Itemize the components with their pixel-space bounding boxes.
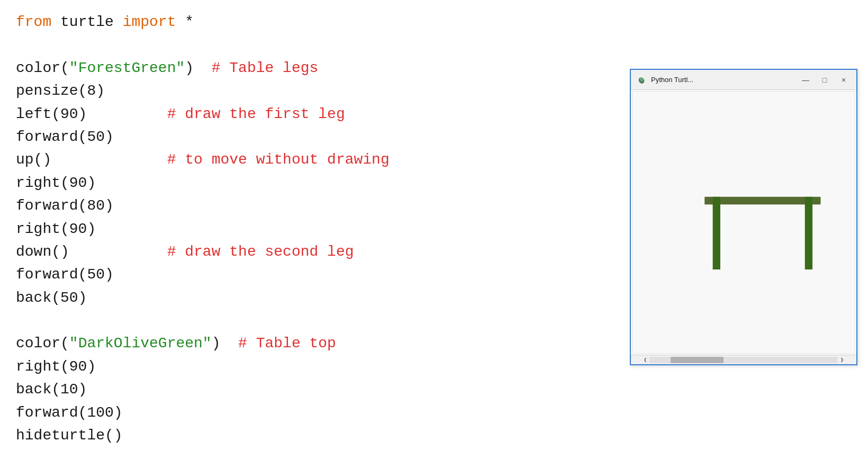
table-svg	[632, 92, 855, 353]
code-token: forward(50)	[16, 263, 114, 286]
window-title: Python Turtl...	[651, 76, 794, 84]
code-line: hideturtle()	[16, 424, 857, 447]
code-token: forward(50)	[16, 125, 114, 148]
code-line: from turtle import *	[16, 11, 857, 33]
code-token: *	[176, 11, 194, 33]
code-token: left(90)	[16, 103, 167, 125]
scrollbar-track[interactable]	[649, 357, 838, 363]
scrollbar-thumb[interactable]	[671, 357, 724, 363]
close-button[interactable]: ×	[836, 74, 851, 86]
code-token: )	[185, 57, 211, 79]
turtle-canvas	[632, 91, 855, 354]
code-token: back(50)	[16, 286, 87, 309]
code-token: back(10)	[16, 378, 87, 401]
minimize-button[interactable]: —	[798, 74, 813, 86]
code-line: forward(100)	[16, 401, 857, 424]
code-token: color(	[16, 57, 69, 79]
code-token: pensize(8)	[16, 79, 105, 102]
code-token: # Table legs	[212, 57, 319, 79]
code-token: forward(80)	[16, 194, 114, 217]
code-token: # Table top	[238, 332, 336, 355]
code-token: color(	[16, 332, 69, 355]
code-token: forward(100)	[16, 401, 123, 424]
code-token: # to move without drawing	[167, 148, 390, 171]
code-token: import	[123, 11, 176, 33]
code-line	[16, 33, 857, 56]
code-token: up()	[16, 148, 167, 171]
code-token: turtle	[51, 11, 122, 33]
code-token: down()	[16, 240, 167, 263]
code-token: # draw the first leg	[167, 103, 345, 125]
code-token: right(90)	[16, 355, 96, 378]
turtle-icon	[636, 75, 647, 85]
scroll-left-arrow[interactable]: ❮	[641, 356, 649, 363]
code-token: )	[212, 332, 238, 355]
code-token: "DarkOliveGreen"	[69, 332, 212, 355]
code-token: # draw the second leg	[167, 240, 354, 263]
titlebar: Python Turtl... — □ ×	[631, 70, 856, 90]
code-line: back(10)	[16, 378, 857, 401]
code-token: right(90)	[16, 172, 96, 194]
scroll-right-arrow[interactable]: ❯	[838, 356, 846, 363]
turtle-window: Python Turtl... — □ × ❮ ❯	[630, 69, 857, 365]
code-token: from	[16, 11, 51, 33]
code-token: hideturtle()	[16, 424, 123, 447]
scrollbar-bottom[interactable]: ❮ ❯	[631, 355, 856, 364]
maximize-button[interactable]: □	[817, 74, 832, 86]
code-token: "ForestGreen"	[69, 57, 185, 79]
code-token: right(90)	[16, 218, 96, 240]
